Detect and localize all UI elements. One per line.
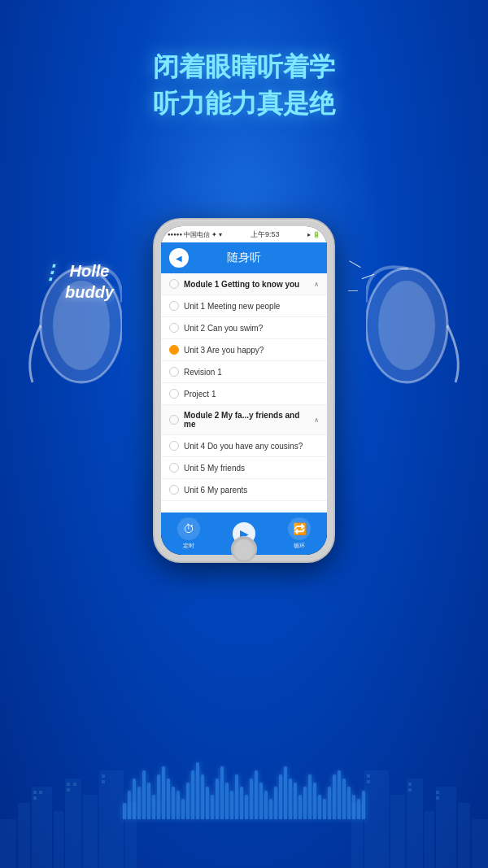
- radio-circle-1: [169, 279, 179, 289]
- list-item-4[interactable]: Unit 3 Are you happy?: [161, 339, 327, 361]
- list-item-text-3: Unit 2 Can you swim?: [184, 324, 319, 333]
- radio-circle-3: [169, 323, 179, 333]
- svg-rect-25: [436, 796, 439, 800]
- header-text: 闭着眼睛听着学 听力能力真是绝: [0, 49, 488, 122]
- list-item-8[interactable]: Unit 4 Do you have any cousins?: [161, 435, 327, 457]
- loop-button[interactable]: 🔁 循环: [288, 517, 311, 550]
- svg-point-33: [378, 281, 435, 370]
- list-item-text-10: Unit 6 My parents: [184, 486, 319, 495]
- radio-circle-10: [169, 485, 179, 495]
- list-item-3[interactable]: Unit 2 Can you swim?: [161, 317, 327, 339]
- status-bar: ●●●●● 中国电信 ✦ ▾ 上午9:53 ▸ 🔋: [161, 226, 327, 242]
- headphone-right: [366, 252, 472, 399]
- svg-rect-26: [408, 783, 412, 786]
- svg-rect-0: [0, 819, 16, 868]
- svg-rect-17: [33, 796, 37, 800]
- svg-rect-18: [39, 791, 42, 794]
- radio-circle-4: [169, 345, 179, 355]
- svg-rect-14: [364, 770, 389, 868]
- timer-button[interactable]: ⏱ 定时: [177, 517, 200, 550]
- svg-rect-13: [390, 795, 405, 868]
- phone-outer-shell: ●●●●● 中国电信 ✦ ▾ 上午9:53 ▸ 🔋 ◀ 随身听 Module: [155, 220, 333, 561]
- svg-rect-28: [367, 774, 370, 778]
- radio-circle-9: [169, 463, 179, 473]
- svg-rect-11: [425, 811, 434, 868]
- svg-rect-22: [102, 774, 105, 778]
- svg-rect-8: [472, 819, 488, 868]
- list-item-1[interactable]: Module 1 Getting to know you∧: [161, 273, 327, 295]
- svg-rect-3: [54, 811, 63, 868]
- radio-circle-7: [169, 415, 179, 425]
- status-carrier: ●●●●● 中国电信 ✦ ▾: [168, 230, 222, 239]
- list-item-10[interactable]: Unit 6 My parents: [161, 479, 327, 501]
- svg-rect-19: [67, 783, 70, 786]
- svg-rect-4: [65, 779, 81, 868]
- list-item-6[interactable]: Project 1: [161, 383, 327, 405]
- svg-rect-7: [125, 803, 137, 868]
- loop-icon: 🔁: [288, 517, 311, 540]
- list-item-text-5: Revision 1: [184, 368, 319, 377]
- list-item-text-1: Module 1 Getting to know you: [184, 280, 309, 289]
- app-title: 随身听: [227, 251, 261, 265]
- svg-rect-15: [351, 803, 363, 868]
- svg-rect-21: [73, 783, 76, 786]
- home-button[interactable]: [231, 536, 257, 562]
- list-item-text-2: Unit 1 Meeting new people: [184, 302, 319, 311]
- list-item-text-6: Project 1: [184, 390, 319, 399]
- chevron-icon-7: ∧: [314, 417, 319, 424]
- list-item-7[interactable]: Module 2 My fa...y friends and me∧: [161, 405, 327, 435]
- holle-line2: buddy: [65, 283, 114, 301]
- list-item-text-7: Module 2 My fa...y friends and me: [184, 411, 309, 429]
- phone-screen: ●●●●● 中国电信 ✦ ▾ 上午9:53 ▸ 🔋 ◀ 随身听 Module: [161, 226, 327, 555]
- list-item-text-9: Unit 5 My friends: [184, 464, 319, 473]
- radio-circle-6: [169, 389, 179, 399]
- list-item-5[interactable]: Revision 1: [161, 361, 327, 383]
- svg-rect-12: [407, 779, 423, 868]
- chevron-icon-1: ∧: [314, 281, 319, 288]
- header-line1: 闭着眼睛听着学: [0, 49, 488, 85]
- svg-rect-9: [458, 803, 470, 868]
- timer-icon: ⏱: [177, 517, 200, 540]
- sparkle-3: —: [348, 285, 358, 296]
- svg-rect-20: [67, 788, 70, 792]
- status-battery: ▸ 🔋: [307, 231, 320, 238]
- radio-circle-8: [169, 441, 179, 451]
- svg-rect-16: [33, 791, 37, 794]
- header-line2: 听力能力真是绝: [0, 85, 488, 122]
- svg-rect-6: [99, 770, 124, 868]
- svg-rect-1: [18, 803, 30, 868]
- holle-line1: Holle: [70, 262, 110, 280]
- app-header-bar: ◀ 随身听: [161, 242, 327, 273]
- svg-rect-27: [408, 788, 412, 792]
- radio-circle-2: [169, 301, 179, 311]
- module-list[interactable]: Module 1 Getting to know you∧Unit 1 Meet…: [161, 273, 327, 513]
- svg-rect-29: [367, 780, 370, 783]
- phone-device: ●●●●● 中国电信 ✦ ▾ 上午9:53 ▸ 🔋 ◀ 随身听 Module: [155, 220, 333, 561]
- city-skyline: [0, 705, 488, 868]
- svg-rect-5: [83, 795, 98, 868]
- back-button[interactable]: ◀: [169, 248, 189, 268]
- list-item-2[interactable]: Unit 1 Meeting new people: [161, 295, 327, 317]
- radio-circle-5: [169, 367, 179, 377]
- status-time: 上午9:53: [251, 229, 280, 240]
- svg-rect-24: [436, 791, 439, 794]
- svg-rect-23: [102, 780, 105, 783]
- holle-buddy-text: ⋮ Holle buddy: [41, 260, 114, 303]
- list-item-text-4: Unit 3 Are you happy?: [184, 346, 319, 355]
- list-item-text-8: Unit 4 Do you have any cousins?: [184, 442, 319, 451]
- list-item-9[interactable]: Unit 5 My friends: [161, 457, 327, 479]
